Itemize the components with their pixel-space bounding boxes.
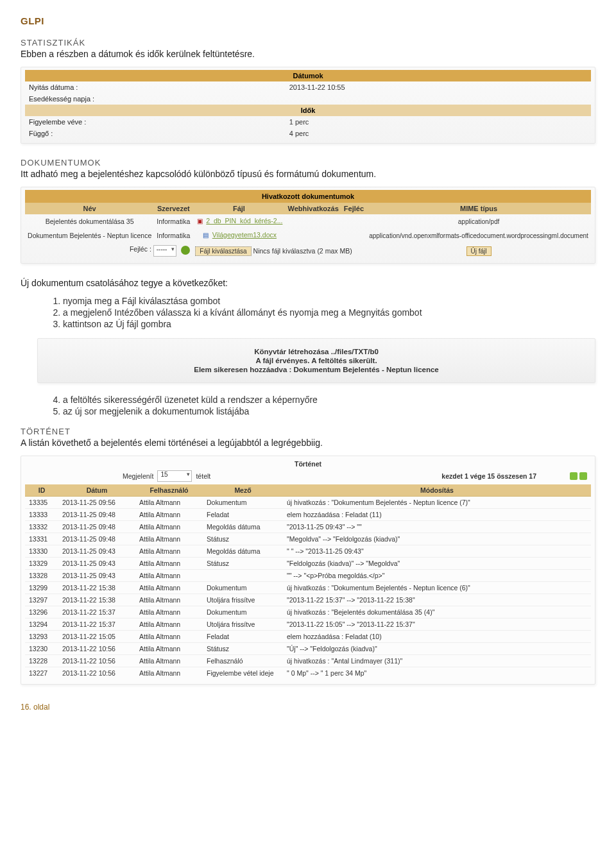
doc-mime: application/pdf (366, 214, 591, 228)
new-file-button[interactable]: Új fájl (466, 246, 492, 256)
step-item: nyomja meg a Fájl kiválasztása gombot (63, 296, 595, 306)
page-number: 16. oldal (21, 703, 49, 712)
h-field: Figyelembe vétel ideje (203, 667, 283, 679)
choose-file-button[interactable]: Fájl kiválasztása (195, 246, 251, 256)
step-item: kattintson az Új fájl gombra (63, 319, 595, 329)
h-id: 13329 (25, 558, 58, 570)
h-field: Feladat (203, 631, 283, 643)
show-count-select[interactable]: 15 (157, 470, 192, 482)
h-id: 13294 (25, 619, 58, 631)
head-select[interactable]: ----- (153, 245, 177, 257)
h-id: 13297 (25, 594, 58, 606)
pending-value: 4 perc (286, 128, 591, 139)
nav-next-icon[interactable] (570, 472, 578, 480)
doc-icon: ▤ (201, 231, 210, 240)
no-file-label: Nincs fájl kiválasztva (253, 247, 316, 255)
doc-mime: application/vnd.openxmlformats-officedoc… (366, 228, 591, 243)
history-panel-title: Történet (25, 459, 591, 469)
h-id: 13330 (25, 545, 58, 558)
docs-desc: Itt adható meg a bejelentéshez kapcsolód… (21, 169, 595, 179)
stats-panel: Dátumok Nyitás dátuma : 2013-11-22 10:55… (21, 67, 595, 144)
history-row: 133352013-11-25 09:56Attila AltmannDokum… (25, 497, 591, 509)
page-header: GLPI (21, 15, 595, 26)
doc-name: Dokumentum Bejelentés - Neptun licence (25, 228, 154, 243)
upload-notice: Könyvtár létrehozása ../files/TXT/b0 A f… (37, 338, 595, 383)
h-date: 2013-11-25 09:56 (58, 497, 135, 509)
h-field: Dokumentum (203, 606, 283, 619)
h-field: Státusz (203, 643, 283, 655)
h-user: Attila Altmann (135, 570, 203, 582)
h-mod: "2013-11-25 09:43" --> "" (283, 521, 591, 533)
h-field: Dokumentum (203, 582, 283, 594)
h-id: 13332 (25, 521, 58, 533)
h-field: Státusz (203, 558, 283, 570)
step-item: a feltöltés sikerességéről üzenetet küld… (63, 395, 595, 405)
doc-head (341, 214, 366, 228)
h-mod: "Feldolgozás (kiadva)" --> "Megoldva" (283, 558, 591, 570)
h-field: Megoldás dátuma (203, 545, 283, 558)
h-user: Attila Altmann (135, 619, 203, 631)
history-row: 132302013-11-22 10:56Attila AltmannStátu… (25, 643, 591, 655)
doc-head (341, 228, 366, 243)
h-user: Attila Altmann (135, 545, 203, 558)
col-mime: MIME típus (366, 203, 591, 214)
h-user: Attila Altmann (135, 509, 203, 521)
nav-last-icon[interactable] (579, 472, 587, 480)
notice-line-2: A fájl érvényes. A feltöltés sikerült. (44, 357, 588, 364)
history-row: 133292013-11-25 09:43Attila AltmannStátu… (25, 558, 591, 570)
h-field: Felhasználó (203, 655, 283, 667)
history-row: 132272013-11-22 10:56Attila AltmannFigye… (25, 667, 591, 679)
stats-desc: Ebben a részben a dátumok és idők kerüln… (21, 49, 595, 59)
open-date-label: Nyitás dátuma : (25, 81, 286, 93)
h-date: 2013-11-25 09:43 (58, 545, 135, 558)
h-field: Utoljára frissítve (203, 619, 283, 631)
h-user: Attila Altmann (135, 533, 203, 545)
h-user: Attila Altmann (135, 643, 203, 655)
times-header: Idők (25, 105, 591, 116)
h-id: 13299 (25, 582, 58, 594)
doc-file[interactable]: ▣2_db_PIN_kód_kérés-2... (193, 214, 285, 228)
doc-web (285, 214, 341, 228)
history-row: 132282013-11-22 10:56Attila AltmannFelha… (25, 655, 591, 667)
doc-web (285, 228, 341, 243)
docs-title: DOKUMENTUMOK (21, 158, 595, 167)
docs-panel: Hivatkozott dokumentumok Név Szervezet F… (21, 187, 595, 264)
col-name: Név (25, 203, 154, 214)
h-user: Attila Altmann (135, 521, 203, 533)
h-field: Feladat (203, 509, 283, 521)
h-user: Attila Altmann (135, 606, 203, 619)
h-date: 2013-11-22 15:38 (58, 594, 135, 606)
col-head: Fejléc (341, 203, 366, 214)
doc-row: Dokumentum Bejelentés - Neptun licenceIn… (25, 228, 591, 243)
history-title: TÖRTÉNET (21, 427, 595, 436)
h-id: 13293 (25, 631, 58, 643)
refresh-icon[interactable] (181, 246, 190, 255)
h-user: Attila Altmann (135, 667, 203, 679)
h-field: Utoljára frissítve (203, 594, 283, 606)
nav-icons[interactable] (570, 472, 587, 480)
h-date: 2013-11-22 15:05 (58, 631, 135, 643)
h-id: 13227 (25, 667, 58, 679)
hcol-date: Dátum (58, 484, 135, 497)
doc-file[interactable]: ▤Világegyetem13.docx (193, 228, 285, 243)
history-row: 133282013-11-25 09:43Attila Altmann"" --… (25, 570, 591, 582)
h-date: 2013-11-25 09:43 (58, 570, 135, 582)
hcol-id: ID (25, 484, 58, 497)
history-desc: A listán követhető a bejelentés elemi tö… (21, 438, 595, 448)
hcol-mod: Módosítás (283, 484, 591, 497)
h-date: 2013-11-22 10:56 (58, 667, 135, 679)
show-suffix: tételt (196, 472, 210, 480)
h-mod: "Új" --> "Feldolgozás (kiadva)" (283, 643, 591, 655)
history-row: 132972013-11-22 15:38Attila AltmannUtolj… (25, 594, 591, 606)
step-item: az új sor megjelenik a dokumentumok list… (63, 406, 595, 416)
history-row: 133312013-11-25 09:48Attila AltmannStátu… (25, 533, 591, 545)
history-panel: Történet Megjelenít 15 tételt kezdet 1 v… (21, 456, 595, 685)
h-date: 2013-11-22 15:38 (58, 582, 135, 594)
hcol-field: Mező (203, 484, 283, 497)
h-id: 13228 (25, 655, 58, 667)
h-mod: elem hozzáadása : Feladat (11) (283, 509, 591, 521)
steps-list-b: a feltöltés sikerességéről üzenetet küld… (37, 395, 595, 416)
h-date: 2013-11-22 10:56 (58, 655, 135, 667)
docs-panel-title: Hivatkozott dokumentumok (25, 190, 591, 203)
h-date: 2013-11-25 09:43 (58, 558, 135, 570)
